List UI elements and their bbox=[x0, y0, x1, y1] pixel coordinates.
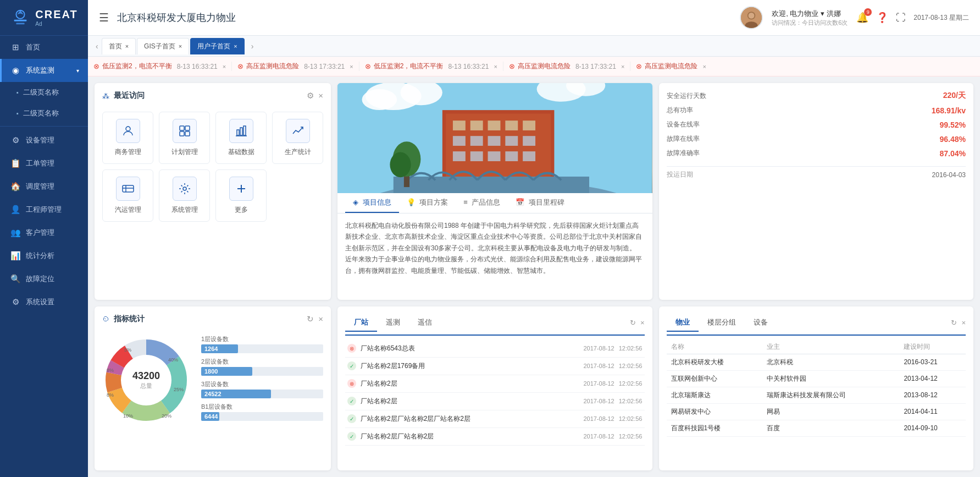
alert-close-1[interactable]: × bbox=[223, 63, 226, 70]
close-card-icon[interactable]: × bbox=[318, 91, 323, 101]
recent-plan-label: 计划管理 bbox=[171, 147, 198, 157]
recent-item-data[interactable]: 基础数据 bbox=[215, 112, 267, 164]
settings-card-icon[interactable]: ⚙ bbox=[307, 91, 314, 101]
property-row-1[interactable]: 互联网创新中心 中关村软件园 2013-04-12 bbox=[667, 370, 966, 387]
property-close-icon[interactable]: × bbox=[961, 319, 966, 327]
sidebar-item-settings[interactable]: ⚙ 系统设置 bbox=[0, 290, 88, 314]
bar-track-2: 1800 bbox=[201, 367, 323, 376]
station-row-5[interactable]: ✓ 厂站名称2层厂站名称2层厂站名称2层 2017-08-12 12:02:56 bbox=[345, 410, 645, 428]
station-row-1[interactable]: ⊗ 厂站名称6543总表 2017-08-12 12:02:56 bbox=[345, 340, 645, 358]
station-row-6[interactable]: ✓ 厂站名称2层厂站名称2层 2017-08-12 12:02:56 bbox=[345, 428, 645, 446]
station-tab-telemetry[interactable]: 遥测 bbox=[377, 314, 409, 332]
sidebar-sub-item-2[interactable]: ▪ 二级页名称 bbox=[0, 103, 88, 124]
station-date-2: 2017-08-12 bbox=[583, 363, 614, 369]
tab-home[interactable]: 首页 × bbox=[102, 38, 136, 54]
power-label: 总有功率 bbox=[667, 106, 693, 115]
project-tab-milestone[interactable]: 📅 项目里程碑 bbox=[508, 193, 572, 213]
station-time-3: 12:02:56 bbox=[619, 380, 643, 387]
alert-close-2[interactable]: × bbox=[350, 63, 353, 70]
property-row-4[interactable]: 百度科技园1号楼 百度 2014-09-10 bbox=[667, 420, 966, 436]
sidebar-item-engineer[interactable]: 👤 工程师管理 bbox=[0, 198, 88, 221]
tab-nav-right[interactable]: › bbox=[248, 42, 257, 51]
tab-gis-close[interactable]: × bbox=[179, 43, 182, 50]
station-refresh-icon[interactable]: ↻ bbox=[630, 319, 636, 327]
sidebar-item-order[interactable]: 📋 工单管理 bbox=[0, 152, 88, 175]
sidebar-item-device[interactable]: ⚙ 设备管理 bbox=[0, 129, 88, 152]
svg-rect-33 bbox=[488, 120, 501, 130]
tab-nav-left[interactable]: ‹ bbox=[92, 42, 102, 51]
user-greeting[interactable]: 欢迎, 电力物业 ▾ 洪娜 bbox=[772, 9, 848, 19]
help-icon: ❓ bbox=[876, 12, 888, 23]
refresh-icon[interactable]: ↻ bbox=[307, 314, 314, 324]
tab-home-close[interactable]: × bbox=[125, 43, 129, 50]
user-visit: 访问情况：今日访问次数6次 bbox=[772, 19, 848, 27]
recent-item-more[interactable]: 更多 bbox=[215, 169, 267, 222]
svg-rect-14 bbox=[240, 128, 242, 135]
tab-user[interactable]: 用户子首页 × bbox=[190, 38, 244, 54]
alert-close-3[interactable]: × bbox=[494, 63, 497, 70]
alerts-bar: ⊗ 低压监测2，电流不平衡 8-13 16:33:21 × ⊗ 高压监测电流危险… bbox=[88, 57, 980, 76]
sidebar-item-dispatch[interactable]: 🏠 调度管理 bbox=[0, 175, 88, 198]
station-row-3[interactable]: ⊗ 厂站名称2层 2017-08-12 12:02:56 bbox=[345, 375, 645, 393]
project-tab-product[interactable]: ≡ 产品信息 bbox=[456, 193, 508, 213]
recent-item-plan[interactable]: 计划管理 bbox=[159, 112, 210, 164]
sidebar-sub-item-1[interactable]: ▪ 二级页名称 bbox=[0, 82, 88, 103]
property-row-0[interactable]: 北京科税研发大楼 北京科税 2016-03-21 bbox=[667, 354, 966, 370]
property-row-2[interactable]: 北京瑞斯康达 瑞斯康达科技发展有限公司 2013-08-12 bbox=[667, 387, 966, 403]
sidebar-item-monitor[interactable]: ◉ 系统监测 ▾ bbox=[0, 59, 88, 82]
tab-user-close[interactable]: × bbox=[234, 43, 237, 50]
bar-label-1: 1层设备数 bbox=[201, 335, 229, 343]
station-row-4[interactable]: ✓ 厂站名称2层 2017-08-12 12:02:56 bbox=[345, 393, 645, 410]
property-cell-owner-2: 瑞斯康达科技发展有限公司 bbox=[762, 387, 899, 403]
svg-rect-38 bbox=[488, 136, 501, 146]
datetime-display: 2017-08-13 星期二 bbox=[913, 13, 969, 23]
alert-icon-4: ⊗ bbox=[509, 62, 515, 70]
bar-value-3: 24522 bbox=[204, 391, 222, 397]
recent-item-transport[interactable]: 汽运管理 bbox=[102, 169, 153, 222]
notification-bell[interactable]: 🔔 9 bbox=[856, 12, 868, 24]
sidebar-item-home[interactable]: ⊞ 首页 bbox=[0, 36, 88, 59]
creat-logo-icon bbox=[10, 7, 31, 28]
property-tab-floor[interactable]: 楼层分组 bbox=[699, 314, 745, 332]
sidebar-item-fault[interactable]: 🔍 故障定位 bbox=[0, 267, 88, 290]
station-tab-telesignal[interactable]: 遥信 bbox=[409, 314, 441, 332]
bar-fill-2: 1800 bbox=[201, 367, 252, 376]
close-metrics-icon[interactable]: × bbox=[318, 314, 323, 324]
tab-home-label: 首页 bbox=[109, 42, 122, 51]
bar-label-4: B1层设备数 bbox=[201, 403, 232, 411]
alert-icon-1: ⊗ bbox=[93, 62, 99, 70]
alert-close-5[interactable]: × bbox=[702, 63, 706, 70]
property-tab-property[interactable]: 物业 bbox=[667, 314, 699, 332]
property-refresh-icon[interactable]: ↻ bbox=[951, 319, 957, 327]
fullscreen-button[interactable]: ⛶ bbox=[896, 12, 906, 24]
svg-rect-42 bbox=[470, 151, 483, 161]
recent-commerce-label: 商务管理 bbox=[115, 147, 141, 157]
recent-visits-icon: ⁂ bbox=[102, 92, 109, 100]
date-section: 投运日期 2016-04-03 bbox=[667, 166, 966, 181]
sidebar-item-stats[interactable]: 📊 统计分析 bbox=[0, 244, 88, 267]
tab-gis[interactable]: GIS子首页 × bbox=[137, 38, 189, 54]
sidebar-item-customer[interactable]: 👥 客户管理 bbox=[0, 221, 88, 244]
commerce-icon bbox=[116, 119, 140, 143]
recent-item-production[interactable]: 生产统计 bbox=[272, 112, 323, 164]
project-tab-plan[interactable]: 💡 项目方案 bbox=[399, 193, 456, 213]
station-tab-station[interactable]: 厂站 bbox=[345, 314, 377, 332]
transport-icon bbox=[116, 177, 140, 201]
settings-icon: ⚙ bbox=[10, 297, 20, 307]
recent-item-sysmanage[interactable]: 系统管理 bbox=[159, 169, 210, 222]
help-button[interactable]: ❓ bbox=[876, 12, 888, 24]
square-icon: ▪ bbox=[16, 89, 19, 96]
property-cell-owner-3: 网易 bbox=[762, 403, 899, 420]
project-tab-info[interactable]: ◈ 项目信息 bbox=[345, 193, 399, 213]
svg-rect-43 bbox=[488, 151, 501, 161]
station-close-icon[interactable]: × bbox=[640, 319, 645, 327]
property-tab-device[interactable]: 设备 bbox=[745, 314, 777, 332]
alert-close-4[interactable]: × bbox=[621, 63, 624, 70]
svg-rect-10 bbox=[185, 126, 190, 130]
plan-icon bbox=[173, 119, 197, 143]
recent-item-commerce[interactable]: 商务管理 bbox=[102, 112, 153, 164]
menu-toggle-button[interactable]: ☰ bbox=[99, 11, 109, 24]
station-row-2[interactable]: ✓ 厂站名称2层1769备用 2017-08-12 12:02:56 bbox=[345, 358, 645, 375]
station-tab-station-label: 厂站 bbox=[354, 318, 368, 326]
property-row-3[interactable]: 网易研发中心 网易 2014-04-11 bbox=[667, 403, 966, 420]
